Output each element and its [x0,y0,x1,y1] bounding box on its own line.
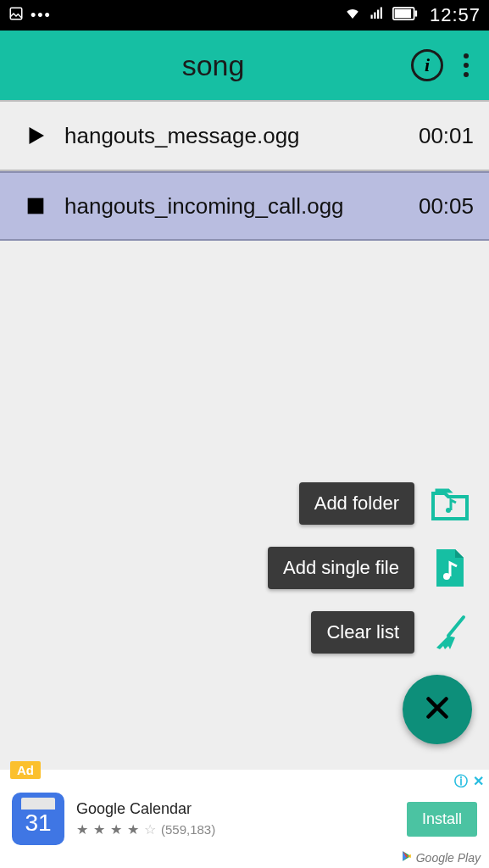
calendar-day: 31 [25,810,51,837]
folder-music-icon [428,481,472,526]
star-icon: ★ [93,821,105,837]
broom-icon [428,610,472,654]
svg-rect-1 [370,14,372,19]
battery-icon [392,7,418,25]
svg-rect-2 [374,12,375,19]
fab-label: Clear list [311,611,414,654]
track-row[interactable]: hangouts_message.ogg 00:01 [0,102,489,171]
store-label: Google Play [401,850,481,865]
fab-label: Add folder [299,482,414,525]
fab-add-folder[interactable]: Add folder [299,481,472,526]
ad-title: Google Calendar [76,800,407,818]
play-icon [15,123,56,148]
svg-rect-0 [10,8,22,19]
star-icon: ★ [76,821,88,837]
svg-rect-7 [414,10,417,16]
file-music-icon [428,546,472,590]
track-name: hangouts_message.ogg [56,123,408,149]
play-store-icon [401,850,413,865]
track-duration: 00:05 [408,193,474,220]
install-button[interactable]: Install [407,802,477,837]
info-icon: i [425,54,430,76]
track-row[interactable]: hangouts_incoming_call.ogg 00:05 [0,171,489,241]
fab-clear-list[interactable]: Clear list [311,610,472,654]
fab-close-button[interactable] [403,675,472,744]
content-area: Add folder Add single file [0,241,489,770]
stop-icon [15,194,56,218]
track-list: hangouts_message.ogg 00:01 hangouts_inco… [0,100,489,241]
ad-close-icon[interactable]: ✕ [473,773,484,791]
ad-controls: ⓘ ✕ [454,773,484,791]
fab-label: Add single file [268,547,414,589]
more-icon: ••• [31,7,52,25]
ad-info-icon[interactable]: ⓘ [454,773,468,791]
svg-rect-4 [381,7,382,19]
ad-rating: ★ ★ ★ ★ ☆ (559,183) [76,821,407,837]
fab-menu: Add folder Add single file [268,481,472,744]
app-bar: song i [0,31,489,100]
signal-icon [369,6,386,25]
ad-badge: Ad [10,761,41,779]
svg-rect-6 [395,8,411,18]
track-duration: 00:01 [408,123,474,149]
ad-rating-count: (559,183) [161,822,215,837]
svg-rect-8 [28,198,44,214]
image-icon [8,6,24,25]
status-bar: ••• 12:57 [0,0,489,31]
star-empty-icon: ☆ [144,821,156,837]
star-icon: ★ [110,821,122,837]
fab-add-file[interactable]: Add single file [268,546,472,590]
overflow-menu-button[interactable] [458,48,474,82]
close-icon [422,693,453,726]
svg-line-11 [448,617,464,636]
ad-app-icon: 31 [12,793,64,845]
svg-rect-3 [377,9,379,19]
wifi-icon [343,6,362,25]
page-title: song [15,49,411,82]
star-icon: ★ [127,821,139,837]
info-button[interactable]: i [411,49,443,81]
ad-banner[interactable]: Ad ⓘ ✕ 31 Google Calendar ★ ★ ★ ★ ☆ (559… [0,770,489,868]
clock: 12:57 [430,4,481,26]
track-name: hangouts_incoming_call.ogg [56,193,408,220]
